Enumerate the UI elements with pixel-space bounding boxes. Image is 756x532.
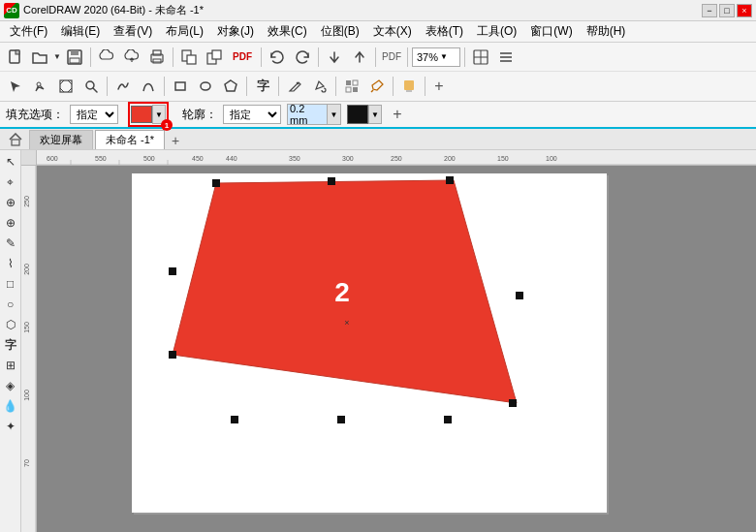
outline-width-value[interactable]: 0.2 mm [288, 105, 327, 124]
menu-file[interactable]: 文件(F) [4, 21, 53, 42]
toolbox-zoom[interactable]: ⊕ [1, 213, 20, 233]
svg-rect-4 [70, 58, 79, 63]
fill-tool[interactable] [308, 75, 331, 98]
toolbox-select[interactable]: ↖ [1, 152, 20, 172]
toolbox-freehand[interactable]: ✎ [1, 234, 20, 253]
publish-pdf-button[interactable]: PDF [228, 46, 257, 69]
node-tool[interactable] [29, 75, 52, 98]
cloud-sync1[interactable] [95, 46, 118, 69]
open-button[interactable] [28, 46, 51, 69]
menu-tools[interactable]: 工具(O) [471, 21, 522, 42]
fill-select[interactable]: 指定 [70, 105, 118, 124]
outline-color-dropdown[interactable]: ▼ [368, 105, 382, 124]
toolbox-text[interactable]: 字 [1, 335, 20, 355]
outline-width-dropdown[interactable]: ▼ [327, 105, 340, 124]
title-bar: CD CorelDRAW 2020 (64-Bit) - 未命名 -1* − □… [0, 0, 756, 21]
menu-bitmap[interactable]: 位图(B) [315, 21, 365, 42]
menu-view[interactable]: 查看(V) [108, 21, 158, 42]
outline-color-swatch[interactable] [347, 105, 368, 124]
select-tool[interactable] [4, 75, 27, 98]
handle-bm[interactable] [337, 416, 345, 423]
menu-bar: 文件(F) 编辑(E) 查看(V) 布局(L) 对象(J) 效果(C) 位图(B… [0, 21, 756, 43]
tab-welcome[interactable]: 欢迎屏幕 [29, 130, 93, 149]
toolbox-node[interactable]: ⌖ [1, 172, 20, 192]
import-button[interactable] [177, 46, 201, 69]
outline-select[interactable]: 指定 [223, 105, 281, 124]
menu-text[interactable]: 文本(X) [367, 21, 418, 42]
minimize-button[interactable]: − [702, 4, 717, 17]
handle-br[interactable] [509, 399, 517, 407]
toolbox-table[interactable]: ⊞ [1, 356, 20, 375]
menu-object[interactable]: 对象(J) [211, 21, 260, 42]
tab-add-button[interactable]: + [167, 132, 184, 149]
import-arrow[interactable] [323, 46, 346, 69]
options-button[interactable] [494, 46, 518, 69]
fill-color-container[interactable]: ▼ 1 [128, 102, 169, 127]
toolbox-smart[interactable]: ⌇ [1, 254, 20, 273]
toolbar-area: ▼ PDF [0, 43, 756, 102]
polygon-tool[interactable] [219, 75, 242, 98]
toolbox-interactive[interactable]: ✦ [1, 417, 20, 436]
undo-button[interactable] [266, 46, 289, 69]
handle-bm3[interactable] [231, 416, 238, 423]
save-button[interactable] [63, 46, 86, 69]
sep1 [90, 47, 91, 67]
toolbox-fill[interactable]: ◈ [1, 376, 20, 395]
menu-help[interactable]: 帮助(H) [581, 21, 632, 42]
page-view-button[interactable] [469, 46, 492, 69]
cloud-sync2[interactable] [120, 46, 143, 69]
toolbox-ellipse[interactable]: ○ [1, 295, 20, 314]
menu-layout[interactable]: 布局(L) [160, 21, 209, 42]
toolbox-polygon[interactable]: ⬡ [1, 315, 20, 334]
add-property-button[interactable]: + [388, 105, 407, 124]
export-button[interactable] [203, 46, 226, 69]
new-button[interactable] [4, 46, 27, 69]
menu-table[interactable]: 表格(T) [420, 21, 469, 42]
zoom-tool[interactable] [79, 75, 103, 98]
home-tab-icon[interactable] [6, 130, 25, 149]
rect-tool[interactable] [169, 75, 192, 98]
svg-text:350: 350 [289, 155, 300, 162]
highlight-tool[interactable] [397, 75, 421, 98]
eyedropper-tool[interactable] [365, 75, 389, 98]
drawing-canvas[interactable]: × 2 [37, 166, 756, 532]
freehand-tool[interactable] [111, 75, 135, 98]
tab-document[interactable]: 未命名 -1* [95, 130, 165, 149]
bezier-tool[interactable] [137, 75, 160, 98]
pattern-tool[interactable] [340, 75, 363, 98]
outline-width-container[interactable]: 0.2 mm ▼ [287, 104, 341, 125]
svg-text:250: 250 [391, 155, 402, 162]
zoom-dropdown-icon[interactable]: ▼ [440, 52, 448, 61]
menu-edit[interactable]: 编辑(E) [55, 21, 106, 42]
handle-tl[interactable] [212, 179, 220, 187]
handle-tr[interactable] [446, 176, 454, 184]
transform-tool[interactable] [54, 75, 78, 98]
handle-rm[interactable] [516, 292, 523, 299]
handle-bl[interactable] [169, 351, 176, 359]
ellipse-tool[interactable] [194, 75, 217, 98]
add-tool-button[interactable]: + [429, 77, 449, 96]
redo-button[interactable] [291, 46, 314, 69]
svg-text:100: 100 [23, 390, 30, 401]
maximize-button[interactable]: □ [719, 4, 735, 17]
toolbox-crop[interactable]: ⊕ [1, 193, 20, 212]
svg-point-23 [201, 82, 210, 90]
toolbox-eyedropper[interactable]: 💧 [1, 396, 20, 416]
menu-window[interactable]: 窗口(W) [524, 21, 578, 42]
sep5 [375, 47, 376, 67]
handle-tm[interactable] [328, 177, 335, 185]
open-dropdown[interactable]: ▼ [52, 46, 62, 69]
print-button[interactable] [145, 46, 169, 69]
export-arrow[interactable] [348, 46, 371, 69]
close-button[interactable]: × [737, 4, 752, 17]
handle-lm[interactable] [169, 267, 176, 275]
pen-tool[interactable] [283, 75, 306, 98]
toolbox-rect[interactable]: □ [1, 274, 20, 294]
svg-text:150: 150 [23, 322, 30, 333]
text-tool[interactable]: 字 [251, 75, 274, 98]
fill-color-swatch[interactable] [131, 106, 152, 123]
handle-bm2[interactable] [444, 416, 452, 423]
v-ruler-svg: 250 200 150 100 70 [21, 166, 37, 532]
zoom-input[interactable]: 37% ▼ [412, 47, 460, 67]
menu-effects[interactable]: 效果(C) [262, 21, 313, 42]
